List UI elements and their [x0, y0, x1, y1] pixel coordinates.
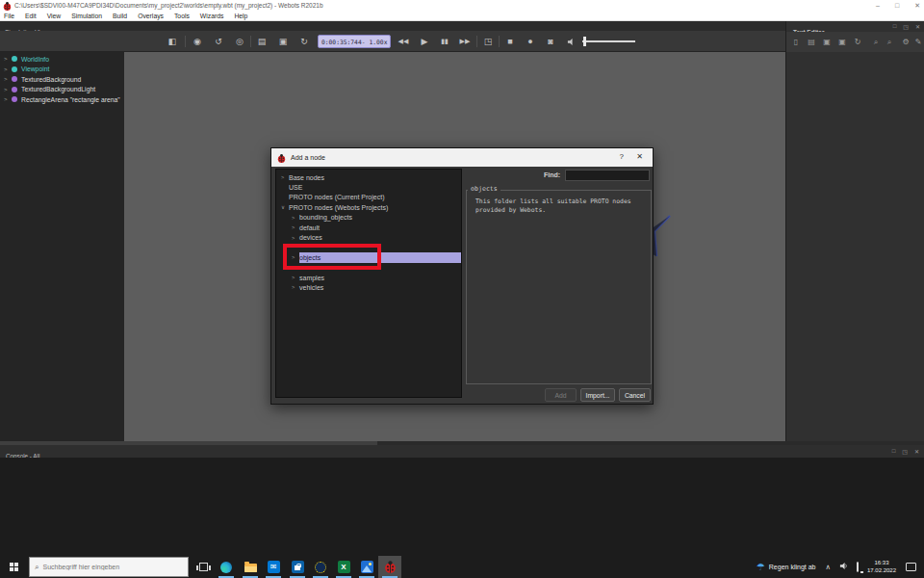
- chevron-right-icon[interactable]: >: [4, 56, 12, 62]
- console-maximize-icon[interactable]: □: [892, 448, 896, 455]
- chevron-right-icon[interactable]: >: [292, 284, 299, 290]
- record-icon[interactable]: ●: [522, 31, 539, 52]
- find-input[interactable]: [565, 170, 650, 181]
- menu-build[interactable]: Build: [113, 13, 127, 19]
- chevron-right-icon[interactable]: >: [4, 96, 12, 102]
- tree-item-base-nodes[interactable]: > Base nodes: [276, 172, 461, 182]
- find-icon[interactable]: ⌕: [869, 32, 883, 52]
- cancel-button[interactable]: Cancel: [619, 388, 651, 402]
- chevron-right-icon[interactable]: >: [4, 66, 12, 72]
- tray-network-icon[interactable]: [857, 563, 859, 571]
- revert-icon[interactable]: ↻: [295, 31, 313, 52]
- chevron-right-icon[interactable]: >: [292, 224, 299, 230]
- chevron-down-icon[interactable]: ∨: [281, 204, 289, 210]
- scene-tree-item-texturedbackground[interactable]: > TexturedBackground: [0, 74, 124, 85]
- save-file-icon[interactable]: ▣: [820, 32, 834, 52]
- tree-item-use[interactable]: USE: [276, 182, 461, 192]
- console-close-icon[interactable]: ✕: [914, 448, 919, 455]
- screenshot-icon[interactable]: ◙: [542, 31, 559, 52]
- dialog-titlebar[interactable]: Add a node ? ✕: [271, 148, 653, 167]
- volume-slider-handle[interactable]: [583, 37, 586, 46]
- revert-file-icon[interactable]: ↻: [851, 32, 864, 52]
- tray-chevron-icon[interactable]: ∧: [825, 563, 831, 571]
- chevron-right-icon[interactable]: >: [281, 174, 289, 180]
- menu-simulation[interactable]: Simulation: [71, 13, 102, 19]
- tree-item-vehicles[interactable]: > vehicles: [276, 282, 461, 292]
- edge-button[interactable]: [215, 556, 238, 578]
- rendering-icon[interactable]: ◳: [479, 31, 497, 52]
- menu-tools[interactable]: Tools: [174, 13, 190, 19]
- menu-edit[interactable]: Edit: [25, 13, 37, 19]
- movie-stop-icon[interactable]: ■: [501, 31, 519, 52]
- task-view-button[interactable]: [192, 556, 215, 578]
- maximize-icon[interactable]: □: [895, 0, 899, 11]
- taskbar-search[interactable]: ⌕: [29, 557, 189, 577]
- minimize-icon[interactable]: –: [876, 0, 880, 11]
- fast-forward-icon[interactable]: ▶▶: [456, 31, 474, 52]
- excel-button[interactable]: X: [332, 556, 355, 578]
- store-button[interactable]: [286, 556, 309, 578]
- find-replace-icon[interactable]: ⌕: [883, 32, 896, 52]
- preferences-gear-icon[interactable]: ⚙: [899, 32, 912, 52]
- chevron-right-icon[interactable]: >: [4, 87, 12, 92]
- open-file-icon[interactable]: ▤: [805, 32, 818, 52]
- speaker-icon[interactable]: [562, 31, 579, 52]
- webots-taskbar-button[interactable]: [378, 556, 401, 578]
- texteditor-maximize-icon[interactable]: □: [893, 23, 897, 30]
- scene-tree-item-viewpoint[interactable]: > Viewpoint: [0, 65, 124, 75]
- console-float-icon[interactable]: ◳: [902, 448, 908, 455]
- pause-icon[interactable]: ▮▮: [436, 31, 453, 52]
- menu-overlays[interactable]: Overlays: [138, 13, 164, 19]
- window-titlebar[interactable]: C:\Users\$SDVI00-M47CA9PDI34D\Documents\…: [0, 0, 924, 11]
- chevron-right-icon[interactable]: >: [292, 275, 299, 280]
- edit-pencil-icon[interactable]: ✎: [911, 32, 924, 52]
- taskbar-clock[interactable]: 16:33 17.02.2022: [867, 560, 896, 574]
- scene-tree-item-worldinfo[interactable]: > WorldInfo: [0, 54, 124, 65]
- tree-item-proto-webots[interactable]: ∨ PROTO nodes (Webots Projects): [276, 202, 461, 212]
- start-button[interactable]: [0, 556, 28, 578]
- app-circle-button[interactable]: [309, 556, 332, 578]
- view-icon[interactable]: ◎: [231, 31, 248, 52]
- texteditor-float-icon[interactable]: ◳: [903, 23, 909, 30]
- play-icon[interactable]: ▶: [416, 31, 433, 52]
- save-as-icon[interactable]: ▣: [835, 32, 849, 52]
- scene-tree-item-texturedbackgroundlight[interactable]: > TexturedBackgroundLight: [0, 85, 124, 95]
- save-world-icon[interactable]: ▣: [274, 31, 292, 52]
- console-body[interactable]: [0, 458, 924, 556]
- add-button[interactable]: Add: [545, 388, 577, 402]
- reset-simulation-icon[interactable]: ◉: [189, 31, 206, 52]
- file-explorer-button[interactable]: [239, 556, 262, 578]
- menu-file[interactable]: File: [4, 13, 14, 19]
- dialog-close-icon[interactable]: ✕: [636, 152, 643, 161]
- tree-item-proto-current[interactable]: PROTO nodes (Current Project): [276, 193, 461, 202]
- rewind-icon[interactable]: ◀◀: [395, 31, 412, 52]
- layout-icon[interactable]: ◧: [164, 31, 181, 52]
- tree-item-devices[interactable]: > devices: [276, 232, 461, 242]
- menu-view[interactable]: View: [47, 13, 62, 19]
- tree-item-default[interactable]: > default: [276, 223, 461, 232]
- volume-slider[interactable]: [582, 40, 635, 42]
- menu-help[interactable]: Help: [234, 13, 247, 19]
- photos-button[interactable]: [355, 556, 378, 578]
- webots-dialog-icon: [277, 149, 286, 167]
- close-icon[interactable]: ✕: [914, 0, 920, 11]
- tree-item-bounding-objects[interactable]: > bounding_objects: [276, 213, 461, 223]
- tree-item-samples[interactable]: > samples: [276, 273, 461, 282]
- texteditor-close-icon[interactable]: ✕: [915, 23, 920, 30]
- weather-text[interactable]: Regen klingt ab: [769, 564, 816, 570]
- mail-button[interactable]: ✉: [262, 556, 285, 578]
- scene-tree-item-rectanglearena[interactable]: > RectangleArena "rectangle arena": [0, 94, 124, 105]
- open-world-icon[interactable]: ▤: [253, 31, 270, 52]
- import-button[interactable]: Import...: [580, 388, 615, 402]
- notification-center-icon[interactable]: [906, 563, 916, 571]
- menu-wizards[interactable]: Wizards: [200, 13, 224, 19]
- new-file-icon[interactable]: ▯: [789, 32, 803, 52]
- tray-speaker-icon[interactable]: [839, 562, 848, 572]
- chevron-right-icon[interactable]: >: [292, 215, 299, 221]
- search-input[interactable]: [42, 564, 167, 570]
- chevron-right-icon[interactable]: >: [4, 76, 12, 82]
- chevron-right-icon[interactable]: >: [292, 235, 299, 241]
- dialog-help-icon[interactable]: ?: [620, 152, 624, 161]
- weather-icon[interactable]: ☂: [757, 562, 765, 572]
- reload-world-icon[interactable]: ↺: [210, 31, 227, 52]
